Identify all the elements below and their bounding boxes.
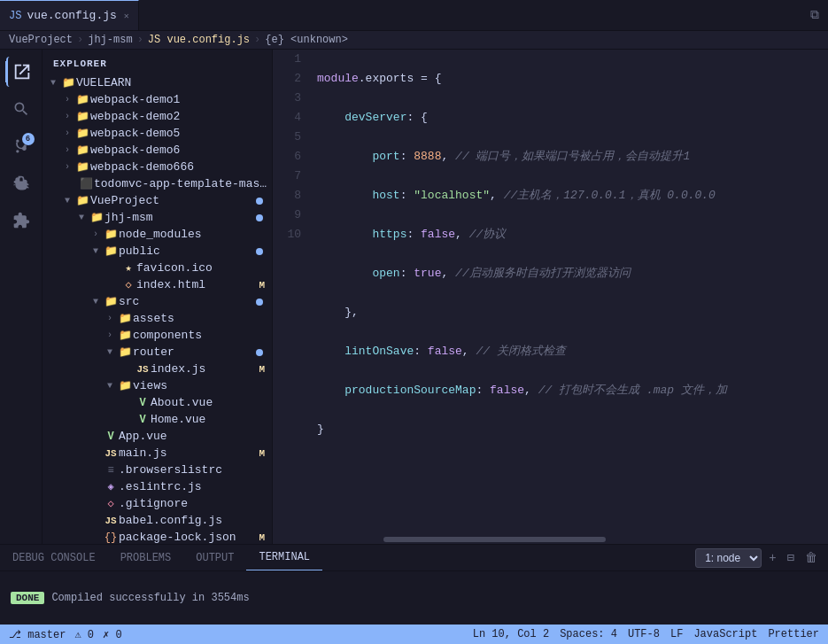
sidebar-item-label: node_modules: [119, 228, 272, 241]
sidebar-item-label: public: [119, 244, 256, 258]
sidebar-item-favicon-ico[interactable]: ★ favicon.ico: [43, 260, 272, 276]
terminal-split-button[interactable]: ⊟: [784, 548, 798, 567]
sidebar-item-browserslistrc[interactable]: ≡ .browserslistrc: [43, 462, 272, 478]
sidebar-item-babel-config[interactable]: JS babel.config.js: [43, 512, 272, 529]
folder-icon: 📁: [117, 329, 133, 342]
html-icon: ◇: [120, 278, 136, 291]
sidebar-item-index-html[interactable]: ◇ index.html M: [43, 276, 272, 293]
chevron-icon: ▼: [46, 78, 60, 88]
code-line-1: module.exports = {: [317, 69, 819, 89]
tab-vue-config-js[interactable]: JS vue.config.js ✕: [0, 0, 139, 30]
sidebar-item-webpack-demo1[interactable]: › 📁 webpack-demo1: [43, 91, 272, 108]
sidebar-item-src[interactable]: ▼ 📁 src: [43, 293, 272, 310]
code-line-4: host: "localhost", //主机名，127.0.0.1，真机 0.…: [317, 186, 819, 206]
terminal-text: Compiled successfully in 3554ms: [51, 592, 249, 604]
sidebar-item-webpack-demo5[interactable]: › 📁 webpack-demo5: [43, 125, 272, 142]
folder-icon: 📁: [89, 211, 104, 224]
sidebar-item-public[interactable]: ▼ 📁 public: [43, 243, 272, 260]
breadcrumb-part-3[interactable]: JS vue.config.js: [148, 34, 250, 46]
vue-icon: V: [135, 414, 151, 426]
sidebar-item-jhj-msm[interactable]: ▼ 📁 jhj-msm: [43, 209, 272, 226]
js-icon: JS: [103, 516, 119, 526]
modified-dot: [256, 349, 263, 356]
status-formatter[interactable]: Prettier: [768, 628, 819, 640]
activity-search[interactable]: [6, 94, 36, 124]
folder-icon: 📁: [117, 312, 133, 325]
panel-tab-output[interactable]: OUTPUT: [183, 545, 246, 570]
code-line-3: port: 8888, // 端口号，如果端口号被占用，会自动提升1: [317, 147, 819, 167]
chevron-icon: ▼: [60, 196, 74, 206]
code-line-5: https: false, //协议: [317, 225, 819, 244]
activity-extensions[interactable]: [6, 206, 36, 236]
breadcrumb: VueProject › jhj-msm › JS vue.config.js …: [0, 31, 828, 50]
status-line-ending[interactable]: LF: [670, 628, 683, 640]
sidebar-item-assets[interactable]: › 📁 assets: [43, 310, 272, 327]
status-cursor[interactable]: Ln 10, Col 2: [473, 628, 549, 640]
status-spaces[interactable]: Spaces: 4: [560, 628, 617, 640]
status-branch[interactable]: ⎇ master: [9, 628, 66, 641]
sidebar-item-about-vue[interactable]: V About.vue: [43, 394, 272, 411]
sidebar-item-vueproject[interactable]: ▼ 📁 VueProject: [43, 192, 272, 209]
panel-tab-terminal[interactable]: TERMINAL: [246, 545, 322, 570]
code-line-8: lintOnSave: false, // 关闭格式检查: [317, 342, 819, 361]
terminal-select[interactable]: 1: node 2: bash: [695, 548, 762, 568]
sidebar-item-gitignore[interactable]: ◇ .gitignore: [43, 495, 272, 512]
status-errors[interactable]: ✗ 0: [103, 628, 122, 641]
terminal-add-button[interactable]: +: [765, 549, 779, 567]
sidebar-item-webpack-demo666[interactable]: › 📁 webpack-demo666: [43, 159, 272, 175]
code-content[interactable]: module.exports = { devServer: { port: 88…: [308, 50, 828, 535]
status-warnings[interactable]: ⚠ 0: [74, 628, 94, 641]
chevron-icon: ›: [60, 112, 74, 121]
sidebar-item-router-index-js[interactable]: JS index.js M: [43, 361, 272, 377]
horizontal-scrollbar[interactable]: [273, 535, 828, 544]
sidebar-item-vuelearn[interactable]: ▼ 📁 VUELEARN: [43, 74, 272, 91]
sidebar-item-label: App.vue: [119, 430, 272, 443]
sidebar-item-app-vue[interactable]: V App.vue: [43, 428, 272, 445]
panel-tab-bar: DEBUG CONSOLE PROBLEMS OUTPUT TERMINAL 1…: [0, 545, 828, 571]
sidebar-item-router[interactable]: ▼ 📁 router: [43, 344, 272, 361]
sidebar-item-label: VueProject: [90, 194, 256, 207]
sidebar-item-home-vue[interactable]: V Home.vue: [43, 411, 272, 428]
browser-icon: ≡: [103, 464, 119, 477]
breadcrumb-part-2[interactable]: jhj-msm: [88, 34, 132, 46]
tab-close-button[interactable]: ✕: [124, 11, 129, 21]
sidebar-item-components[interactable]: › 📁 components: [43, 327, 272, 344]
sidebar-item-node-modules[interactable]: › 📁 node_modules: [43, 226, 272, 243]
sidebar-item-label: favicon.ico: [136, 261, 272, 275]
sidebar-item-main-js[interactable]: JS main.js M: [43, 445, 272, 462]
json-icon: {}: [103, 531, 119, 544]
chevron-icon: ▼: [103, 347, 117, 357]
done-badge: DONE: [11, 592, 44, 604]
breadcrumb-part-4[interactable]: {e} <unknown>: [265, 34, 348, 46]
folder-icon: 📁: [103, 244, 119, 258]
sidebar-item-label: package-lock.json: [119, 531, 259, 544]
status-language[interactable]: JavaScript: [693, 628, 757, 640]
activity-debug[interactable]: [6, 168, 36, 198]
panel-tab-problems[interactable]: PROBLEMS: [108, 545, 184, 570]
terminal-delete-button[interactable]: 🗑: [801, 549, 821, 567]
panel-tab-debug-console[interactable]: DEBUG CONSOLE: [0, 545, 108, 570]
sidebar-item-label: webpack-demo1: [90, 93, 272, 106]
sidebar-item-webpack-demo6[interactable]: › 📁 webpack-demo6: [43, 142, 272, 159]
activity-source-control[interactable]: 6: [6, 131, 36, 161]
main-area: 6 EXPLORER ▼ 📁 VUELEARN › 📁 webpack-demo…: [0, 50, 828, 544]
js-icon: JS: [103, 448, 119, 459]
sidebar-item-webpack-demo2[interactable]: › 📁 webpack-demo2: [43, 108, 272, 125]
sidebar-item-eslintrc[interactable]: ◈ .eslintrc.js: [43, 478, 272, 495]
status-encoding[interactable]: UTF-8: [628, 628, 660, 640]
sidebar-item-package-lock-json[interactable]: {} package-lock.json M: [43, 529, 272, 544]
code-area: 1 2 3 4 5 6 7 8 9 10 module.exports = { …: [273, 50, 828, 535]
tab-js-icon: JS: [9, 10, 21, 22]
sidebar-item-label: VUELEARN: [76, 76, 272, 89]
sidebar-item-label: components: [133, 329, 272, 342]
folder-icon: 📁: [74, 144, 90, 157]
modified-badge: M: [259, 532, 265, 543]
split-editor-icon[interactable]: ⧉: [810, 8, 828, 22]
source-control-badge: 6: [22, 133, 35, 145]
activity-explorer[interactable]: [6, 57, 36, 87]
sidebar-item-views[interactable]: ▼ 📁 views: [43, 377, 272, 394]
breadcrumb-part-1[interactable]: VueProject: [9, 34, 73, 46]
sidebar-item-label: .eslintrc.js: [119, 480, 272, 493]
tab-bar: JS vue.config.js ✕ ⧉: [0, 0, 828, 31]
sidebar-item-todomvc[interactable]: ⬛ todomvc-app-template-master.zip: [43, 175, 272, 192]
